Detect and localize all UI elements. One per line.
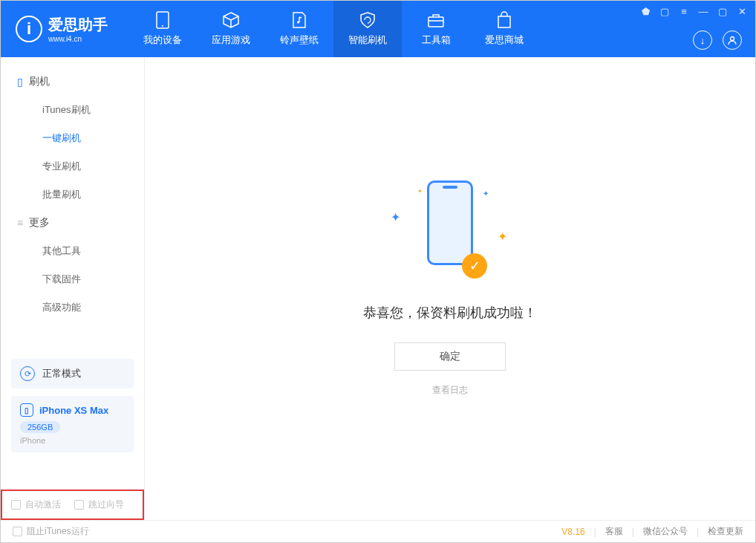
cube-icon (221, 11, 241, 29)
checkbox-block-itunes[interactable]: 阻止iTunes运行 (13, 525, 89, 538)
device-box[interactable]: ▯ iPhone XS Max 256GB iPhone (11, 396, 134, 452)
nav-ringtone-wallpaper[interactable]: 铃声壁纸 (265, 1, 333, 57)
maximize-button[interactable]: ▢ (717, 5, 729, 17)
svg-point-1 (162, 25, 163, 27)
sidebar-item-advanced[interactable]: 高级功能 (1, 293, 144, 322)
nav-my-device[interactable]: 我的设备 (128, 1, 197, 57)
close-button[interactable]: ✕ (736, 5, 748, 17)
separator: | (697, 527, 699, 537)
sidebar-item-itunes-flash[interactable]: iTunes刷机 (1, 96, 144, 124)
nav-label: 智能刷机 (348, 33, 387, 47)
ok-button[interactable]: 确定 (394, 342, 506, 371)
sparkle-icon: ✦ (391, 210, 397, 216)
section-more: ≡ 更多 (1, 209, 144, 237)
checkbox-label: 阻止iTunes运行 (27, 525, 89, 538)
menu-icon[interactable]: ≡ (678, 5, 690, 17)
footer: 阻止iTunes运行 V8.16 | 客服 | 微信公众号 | 检查更新 (1, 520, 755, 542)
checkbox-skip-guide[interactable]: 跳过向导 (74, 498, 124, 511)
phone-icon: ▯ (17, 76, 23, 88)
nav-label: 应用游戏 (212, 33, 250, 47)
sparkle-icon: ✦ (483, 189, 489, 195)
titlebar-controls: ⬟ ▢ ≡ — ▢ ✕ (639, 5, 748, 17)
section-flash: ▯ 刷机 (1, 68, 144, 96)
checkbox-icon (13, 527, 22, 536)
device-icon (152, 11, 173, 29)
checkbox-icon (74, 500, 84, 510)
app-name: 爱思助手 (48, 15, 108, 35)
main-content: ✦ ✦ ✦ ✦ ✓ 恭喜您，保资料刷机成功啦！ 确定 查看日志 (145, 57, 755, 520)
nav-apps-games[interactable]: 应用游戏 (197, 1, 265, 57)
mode-icon: ⟳ (20, 366, 35, 381)
section-title: 刷机 (29, 75, 50, 88)
svg-rect-3 (428, 17, 443, 27)
sparkle-icon: ✦ (498, 230, 504, 235)
toolbox-icon (426, 11, 446, 29)
refresh-shield-icon (357, 11, 378, 29)
nav-store[interactable]: 爱思商城 (470, 1, 538, 57)
sidebar-item-pro-flash[interactable]: 专业刷机 (1, 152, 144, 181)
phone-illustration (427, 181, 473, 265)
checkbox-label: 跳过向导 (88, 498, 124, 511)
nav-label: 工具箱 (422, 33, 451, 47)
shirt-icon[interactable]: ⬟ (639, 5, 651, 17)
bag-icon (494, 11, 515, 29)
separator: | (632, 527, 634, 537)
main-nav: 我的设备 应用游戏 铃声壁纸 智能刷机 工具箱 爱思商城 (128, 1, 538, 57)
device-name: iPhone XS Max (39, 405, 108, 416)
header-actions: ↓ (693, 30, 742, 50)
device-type: iPhone (20, 436, 125, 445)
header: i 爱思助手 www.i4.cn 我的设备 应用游戏 铃声壁纸 智能刷机 工具箱 (1, 1, 755, 57)
success-illustration: ✦ ✦ ✦ ✦ ✓ (376, 181, 524, 284)
sidebar: ▯ 刷机 iTunes刷机 一键刷机 专业刷机 批量刷机 ≡ 更多 其他工具 下… (1, 57, 145, 520)
download-button[interactable]: ↓ (693, 30, 712, 50)
storage-badge: 256GB (20, 421, 60, 433)
separator: | (594, 527, 596, 537)
mode-box[interactable]: ⟳ 正常模式 (11, 359, 134, 388)
bottom-options: 自动激活 跳过向导 (1, 490, 144, 520)
update-link[interactable]: 检查更新 (708, 525, 743, 538)
minimize-button[interactable]: — (697, 5, 709, 17)
section-title: 更多 (29, 216, 50, 230)
checkbox-label: 自动激活 (25, 498, 61, 511)
svg-point-4 (731, 37, 734, 41)
check-icon: ✓ (462, 253, 487, 279)
svg-point-2 (297, 22, 299, 24)
view-log-link[interactable]: 查看日志 (432, 384, 468, 397)
nav-smart-flash[interactable]: 智能刷机 (333, 1, 402, 57)
sidebar-item-download-firmware[interactable]: 下载固件 (1, 265, 144, 293)
success-message: 恭喜您，保资料刷机成功啦！ (363, 304, 537, 322)
checkbox-icon (11, 500, 21, 510)
logo-icon: i (16, 16, 42, 42)
version-label: V8.16 (561, 527, 584, 537)
music-file-icon (289, 11, 310, 29)
lock-icon[interactable]: ▢ (659, 5, 671, 17)
user-button[interactable] (723, 30, 742, 50)
sidebar-item-batch-flash[interactable]: 批量刷机 (1, 181, 144, 209)
wechat-link[interactable]: 微信公众号 (643, 525, 688, 538)
nav-label: 我的设备 (143, 33, 182, 47)
nav-label: 爱思商城 (485, 33, 524, 47)
sparkle-icon: ✦ (417, 188, 423, 194)
mode-label: 正常模式 (42, 367, 81, 380)
app-logo: i 爱思助手 www.i4.cn (1, 15, 123, 43)
nav-label: 铃声壁纸 (280, 33, 319, 47)
sidebar-item-other-tools[interactable]: 其他工具 (1, 237, 144, 265)
app-url: www.i4.cn (48, 35, 108, 43)
support-link[interactable]: 客服 (605, 525, 623, 538)
list-icon: ≡ (17, 217, 23, 229)
sidebar-item-onekey-flash[interactable]: 一键刷机 (1, 124, 144, 152)
checkbox-auto-activate[interactable]: 自动激活 (11, 498, 61, 511)
nav-toolbox[interactable]: 工具箱 (402, 1, 470, 57)
device-small-icon: ▯ (20, 403, 33, 417)
